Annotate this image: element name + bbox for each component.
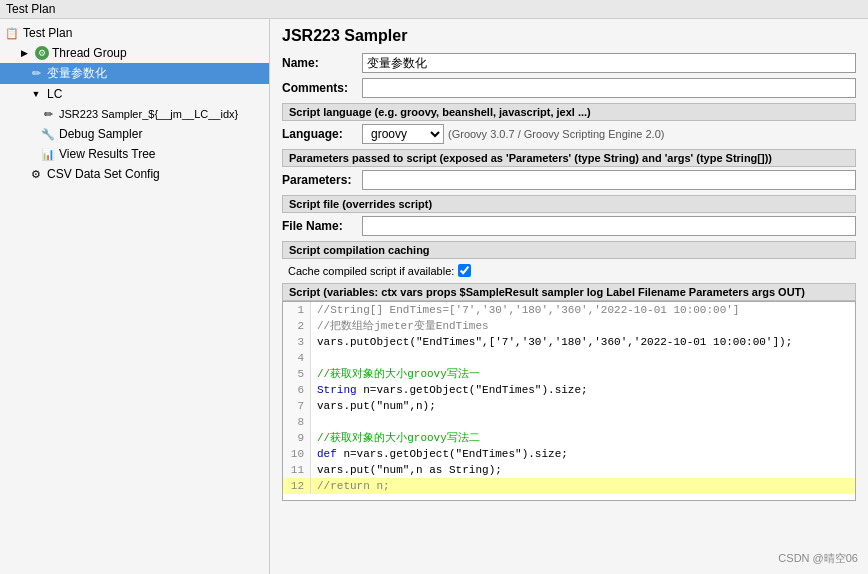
watermark: CSDN @晴空06 bbox=[778, 551, 858, 566]
params-header: Parameters passed to script (exposed as … bbox=[282, 149, 856, 167]
sidebar-label-test-plan: Test Plan bbox=[23, 26, 72, 40]
sampler-icon-bianliang: ✏ bbox=[28, 66, 44, 82]
line-content-9: //获取对象的大小groovy写法二 bbox=[311, 430, 855, 446]
params-row: Parameters: bbox=[282, 170, 856, 190]
line-content-2: //把数组给jmeter变量EndTimes bbox=[311, 318, 855, 334]
debug-icon: 🔧 bbox=[40, 126, 56, 142]
sidebar-item-results-tree[interactable]: 📊 View Results Tree bbox=[0, 144, 269, 164]
line-content-5: //获取对象的大小groovy写法一 bbox=[311, 366, 855, 382]
language-select[interactable]: groovy beanshell javascript jexl3 bbox=[362, 124, 444, 144]
line-num-7: 7 bbox=[283, 398, 311, 414]
sidebar-label-bianliang: 变量参数化 bbox=[47, 65, 107, 82]
line-content-12: //return n; bbox=[311, 478, 855, 494]
comments-input[interactable] bbox=[362, 78, 856, 98]
line-num-4: 4 bbox=[283, 350, 311, 366]
line-num-3: 3 bbox=[283, 334, 311, 350]
results-icon: 📊 bbox=[40, 146, 56, 162]
filename-row: File Name: bbox=[282, 216, 856, 236]
sidebar-item-jsr223[interactable]: ✏ JSR223 Sampler_${__jm__LC__idx} bbox=[0, 104, 269, 124]
line-num-9: 9 bbox=[283, 430, 311, 446]
code-line-10: 10 def n=vars.getObject("EndTimes").size… bbox=[283, 446, 855, 462]
script-lang-header: Script language (e.g. groovy, beanshell,… bbox=[282, 103, 856, 121]
sidebar-item-lc[interactable]: ▼ LC bbox=[0, 84, 269, 104]
parameters-label: Parameters: bbox=[282, 173, 362, 187]
language-label: Language: bbox=[282, 127, 362, 141]
code-header: Script (variables: ctx vars props $Sampl… bbox=[282, 283, 856, 301]
sidebar: 📋 Test Plan ▶ ⚙ Thread Group ✏ 变量参数化 ▼ L… bbox=[0, 19, 270, 574]
sidebar-label-results-tree: View Results Tree bbox=[59, 147, 156, 161]
name-label: Name: bbox=[282, 56, 362, 70]
thread-group-icon: ⚙ bbox=[35, 46, 49, 60]
line-content-4 bbox=[311, 350, 855, 366]
code-line-6: 6 String n=vars.getObject("EndTimes").si… bbox=[283, 382, 855, 398]
sidebar-label-thread-group: Thread Group bbox=[52, 46, 127, 60]
filename-input[interactable] bbox=[362, 216, 856, 236]
line-content-6: String n=vars.getObject("EndTimes").size… bbox=[311, 382, 855, 398]
line-num-1: 1 bbox=[283, 302, 311, 318]
line-content-10: def n=vars.getObject("EndTimes").size; bbox=[311, 446, 855, 462]
line-num-12: 12 bbox=[283, 478, 311, 494]
expand-icon: ▶ bbox=[16, 45, 32, 61]
sidebar-label-csv: CSV Data Set Config bbox=[47, 167, 160, 181]
expand-icon-lc: ▼ bbox=[28, 86, 44, 102]
line-content-3: vars.putObject("EndTimes",['7','30','180… bbox=[311, 334, 855, 350]
code-line-11: 11 vars.put("num",n as String); bbox=[283, 462, 855, 478]
line-content-8 bbox=[311, 414, 855, 430]
line-content-11: vars.put("num",n as String); bbox=[311, 462, 855, 478]
sidebar-item-debug[interactable]: 🔧 Debug Sampler bbox=[0, 124, 269, 144]
code-line-5: 5 //获取对象的大小groovy写法一 bbox=[283, 366, 855, 382]
sidebar-item-bianliang[interactable]: ✏ 变量参数化 bbox=[0, 63, 269, 84]
line-content-7: vars.put("num",n); bbox=[311, 398, 855, 414]
sidebar-item-thread-group[interactable]: ▶ ⚙ Thread Group bbox=[0, 43, 269, 63]
plan-icon: 📋 bbox=[4, 25, 20, 41]
panel-title: JSR223 Sampler bbox=[282, 27, 856, 45]
line-num-6: 6 bbox=[283, 382, 311, 398]
csv-icon: ⚙ bbox=[28, 166, 44, 182]
cache-row: Cache compiled script if available: bbox=[282, 262, 856, 279]
code-line-12: 12 //return n; bbox=[283, 478, 855, 494]
line-num-11: 11 bbox=[283, 462, 311, 478]
code-line-4: 4 bbox=[283, 350, 855, 366]
main-container: 📋 Test Plan ▶ ⚙ Thread Group ✏ 变量参数化 ▼ L… bbox=[0, 19, 868, 574]
right-panel: JSR223 Sampler Name: Comments: Script la… bbox=[270, 19, 868, 574]
line-num-10: 10 bbox=[283, 446, 311, 462]
cache-checkbox[interactable] bbox=[458, 264, 471, 277]
cache-label: Cache compiled script if available: bbox=[288, 265, 454, 277]
code-line-9: 9 //获取对象的大小groovy写法二 bbox=[283, 430, 855, 446]
comments-label: Comments: bbox=[282, 81, 362, 95]
line-num-5: 5 bbox=[283, 366, 311, 382]
script-file-header: Script file (overrides script) bbox=[282, 195, 856, 213]
sidebar-label-lc: LC bbox=[47, 87, 62, 101]
code-line-8: 8 bbox=[283, 414, 855, 430]
code-editor[interactable]: 1 //String[] EndTimes=['7','30','180','3… bbox=[282, 301, 856, 501]
top-bar-title: Test Plan bbox=[6, 2, 55, 16]
parameters-input[interactable] bbox=[362, 170, 856, 190]
sampler-icon-jsr: ✏ bbox=[40, 106, 56, 122]
language-row: Language: groovy beanshell javascript je… bbox=[282, 124, 856, 144]
line-num-8: 8 bbox=[283, 414, 311, 430]
sidebar-item-test-plan[interactable]: 📋 Test Plan bbox=[0, 23, 269, 43]
code-line-1: 1 //String[] EndTimes=['7','30','180','3… bbox=[283, 302, 855, 318]
line-num-2: 2 bbox=[283, 318, 311, 334]
code-line-3: 3 vars.putObject("EndTimes",['7','30','1… bbox=[283, 334, 855, 350]
code-line-7: 7 vars.put("num",n); bbox=[283, 398, 855, 414]
code-line-2: 2 //把数组给jmeter变量EndTimes bbox=[283, 318, 855, 334]
sidebar-label-jsr223: JSR223 Sampler_${__jm__LC__idx} bbox=[59, 108, 238, 120]
comments-row: Comments: bbox=[282, 78, 856, 98]
sidebar-label-debug: Debug Sampler bbox=[59, 127, 142, 141]
language-desc: (Groovy 3.0.7 / Groovy Scripting Engine … bbox=[448, 128, 664, 140]
filename-label: File Name: bbox=[282, 219, 362, 233]
name-row: Name: bbox=[282, 53, 856, 73]
name-input[interactable] bbox=[362, 53, 856, 73]
top-bar: Test Plan bbox=[0, 0, 868, 19]
line-content-1: //String[] EndTimes=['7','30','180','360… bbox=[311, 302, 855, 318]
cache-header: Script compilation caching bbox=[282, 241, 856, 259]
sidebar-item-csv[interactable]: ⚙ CSV Data Set Config bbox=[0, 164, 269, 184]
